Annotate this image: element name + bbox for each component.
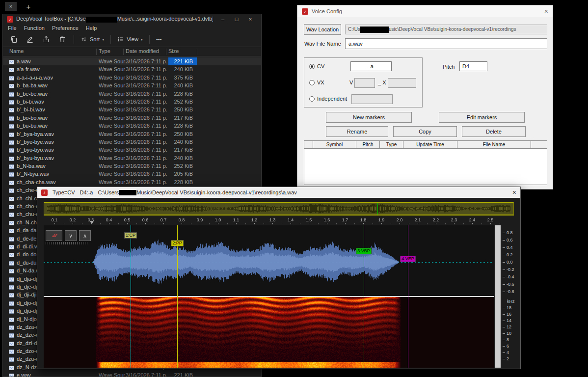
marker-line-3:VBP[interactable] xyxy=(364,225,364,368)
confirm-button[interactable]: ✓ xyxy=(46,230,62,241)
wave-file-icon xyxy=(9,349,14,354)
column-header-size[interactable]: Size xyxy=(168,48,179,54)
file-row[interactable]: b_bi-bi.wav Wave Sound 3/16/2026 7:11 p.… xyxy=(3,98,261,106)
wav-location-button[interactable]: Wav Location xyxy=(304,24,341,35)
close-button[interactable]: × xyxy=(512,188,516,196)
wav-location-field[interactable]: C:\Ususic\DeepVocal VBs\suigin-koora-dee… xyxy=(345,25,547,34)
column-header-name[interactable]: Name xyxy=(9,48,24,54)
file-row[interactable]: b_N-ba.wav Wave Sound 3/16/2026 7:11 p..… xyxy=(3,162,261,170)
grid-header-update-time[interactable]: Update Time xyxy=(403,141,457,148)
file-row[interactable]: b_ba-ba.wav Wave Sound 3/16/2026 7:11 p.… xyxy=(3,81,261,89)
file-row[interactable]: a-a-i-a-u-a.wav Wave Sound 3/16/2026 7:1… xyxy=(3,74,261,81)
waveform-panel[interactable] xyxy=(44,225,494,296)
file-row[interactable]: ch_cha-cha.wav Wave Sound 3/16/2026 7:11… xyxy=(3,178,261,186)
file-row[interactable]: b_be-be.wav Wave Sound 3/16/2026 7:11 p.… xyxy=(3,90,261,98)
toolbar: Sort▾ View▾ ••• xyxy=(3,32,261,47)
marker-label-1:CP[interactable]: 1:CP xyxy=(124,232,137,239)
radio-cv[interactable] xyxy=(309,64,315,69)
grid-header-blank[interactable] xyxy=(304,141,313,148)
vertical-scrollbar[interactable] xyxy=(495,225,501,368)
sort-dropdown[interactable]: Sort▾ xyxy=(80,36,104,43)
time-tick-label: 1.1 xyxy=(233,217,240,222)
close-button[interactable]: × xyxy=(243,16,257,22)
overview-marker[interactable] xyxy=(377,203,378,215)
file-row[interactable]: b_bu-bu.wav Wave Sound 3/16/2026 7:11 p.… xyxy=(3,122,261,130)
copy-button[interactable]: Copy xyxy=(393,126,457,137)
radio-vx[interactable] xyxy=(309,80,315,85)
spectrogram-canvas[interactable] xyxy=(44,297,494,368)
file-row[interactable]: a.wav Wave Sound 3/16/2026 7:11 p... 221… xyxy=(3,57,261,65)
menu-help[interactable]: Help xyxy=(86,25,97,31)
vx-x-field[interactable] xyxy=(388,78,416,88)
more-button[interactable]: ••• xyxy=(156,36,162,42)
view-dropdown[interactable]: View▾ xyxy=(117,36,143,43)
rename-button[interactable] xyxy=(25,34,35,44)
zoom-out-button[interactable]: ∨ xyxy=(65,230,77,241)
overview-marker[interactable] xyxy=(95,203,95,215)
file-row[interactable]: b'_N-bya.wav Wave Sound 3/16/2026 7:11 p… xyxy=(3,170,261,178)
new-tab-button[interactable]: + xyxy=(24,1,33,11)
radio-independent[interactable] xyxy=(309,96,315,102)
grid-header-pitch[interactable]: Pitch xyxy=(356,141,380,148)
overview-waveform-canvas[interactable] xyxy=(44,203,513,215)
spectrogram-panel[interactable] xyxy=(44,297,494,368)
time-tick-label: 1.5 xyxy=(306,217,312,222)
grid-header-file-name[interactable]: File Name xyxy=(457,141,531,148)
marker-label-3:VBP[interactable]: 3:VBP xyxy=(356,248,372,254)
marker-line-2:PP[interactable] xyxy=(177,225,178,368)
tab-close-button[interactable]: × xyxy=(5,2,17,11)
new-markers-button[interactable]: New markers xyxy=(326,112,412,123)
independent-field[interactable] xyxy=(351,94,393,104)
copy-button[interactable] xyxy=(9,34,19,44)
cv-symbol-field[interactable]: -a xyxy=(350,61,392,71)
playhead-marker[interactable] xyxy=(90,221,94,224)
time-tick-label: 0.4 xyxy=(106,217,112,222)
zoom-in-button[interactable]: ∧ xyxy=(79,230,91,241)
grid-header-symbol[interactable]: Symbol xyxy=(313,141,356,148)
marker-grid-body[interactable] xyxy=(304,149,547,185)
share-button[interactable] xyxy=(41,34,51,44)
menu-preference[interactable]: Preference xyxy=(52,25,79,31)
file-row[interactable]: a'a-fr.wav Wave Sound 3/16/2026 7:11 p..… xyxy=(3,65,261,73)
menu-function[interactable]: Function xyxy=(24,25,45,31)
file-row[interactable]: e.wav Wave Sound 3/16/2026 7:11 p... 221… xyxy=(3,371,261,377)
marker-label-2:PP[interactable]: 2:PP xyxy=(171,240,184,246)
minimize-button[interactable]: – xyxy=(216,16,230,22)
rename-button[interactable]: Rename xyxy=(326,126,388,137)
file-size-cell: 240 KiB xyxy=(168,138,197,146)
marker-line-4:VEP[interactable] xyxy=(408,225,408,368)
menu-file[interactable]: File xyxy=(8,25,17,31)
file-row[interactable]: b'_bi-bi.wav Wave Sound 3/16/2026 7:11 p… xyxy=(3,106,261,113)
pitch-field[interactable]: D4 xyxy=(459,61,487,71)
amp-tick-label: 0.8 xyxy=(503,230,513,235)
column-header-type[interactable]: Type xyxy=(99,48,110,54)
wave-file-icon xyxy=(9,83,14,88)
maximize-button[interactable]: □ xyxy=(230,16,243,22)
voice-config-titlebar[interactable]: ♪ Voice Config × xyxy=(297,5,553,17)
file-date-cell: 3/16/2026 7:11 p... xyxy=(126,98,167,106)
wave-file-icon xyxy=(9,171,14,177)
edit-markers-button[interactable]: Edit markers xyxy=(439,112,525,123)
vx-v-field[interactable] xyxy=(354,78,375,88)
file-row[interactable]: b'_bye-bye.wav Wave Sound 3/16/2026 7:11… xyxy=(3,138,261,146)
wave-editor-titlebar[interactable]: ♪ Type=CV D4:-a C:\UsersMusic\DeepVocal … xyxy=(37,187,520,198)
marker-line-1:CP[interactable] xyxy=(131,225,131,368)
overview-waveform[interactable] xyxy=(44,202,514,215)
column-header-date-modified[interactable]: Date modified xyxy=(126,48,159,54)
waveform-canvas[interactable] xyxy=(44,225,494,296)
delete-button[interactable] xyxy=(57,34,67,44)
file-row[interactable]: b_bo-bo.wav Wave Sound 3/16/2026 7:11 p.… xyxy=(3,114,261,122)
wave-file-icon xyxy=(9,341,14,346)
freq-tick-label: 6 xyxy=(503,344,509,349)
wav-file-name-field[interactable]: a.wav xyxy=(345,38,547,49)
file-row[interactable]: b'_byo-byo.wav Wave Sound 3/16/2026 7:11… xyxy=(3,146,261,154)
delete-button[interactable]: Delete xyxy=(462,126,526,137)
time-ruler[interactable]: 0.10.20.30.40.50.60.70.80.91.01.11.21.31… xyxy=(44,217,494,224)
close-button[interactable]: × xyxy=(544,8,548,15)
grid-header-blank[interactable] xyxy=(531,141,547,148)
toolbox-titlebar[interactable]: ♪ DeepVocal ToolBox - [C:\UseMusic\...su… xyxy=(3,14,261,24)
grid-header-type[interactable]: Type xyxy=(380,141,403,148)
file-row[interactable]: b'_bya-bya.wav Wave Sound 3/16/2026 7:11… xyxy=(3,130,261,138)
file-row[interactable]: b'_byu-byu.wav Wave Sound 3/16/2026 7:11… xyxy=(3,154,261,162)
marker-label-4:VEP[interactable]: 4:VEP xyxy=(400,256,416,262)
